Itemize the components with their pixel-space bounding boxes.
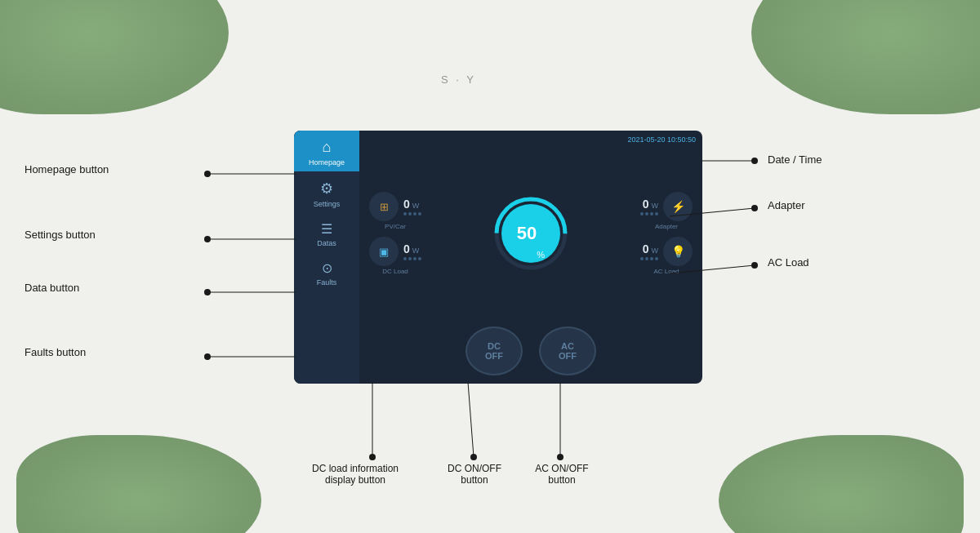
dc-load-icon-circle: ▣	[369, 237, 399, 266]
ann-ac-load: AC Load	[768, 256, 809, 269]
device-ui: ⌂ Homepage ⚙ Settings ☰ Datas ⊙ Faults 2…	[294, 131, 702, 384]
adapter-unit: W	[652, 202, 659, 210]
gauge-circle: 50 %	[494, 197, 568, 270]
sidebar-label-homepage: Homepage	[309, 158, 345, 167]
ann-faults-button: Faults button	[24, 346, 86, 358]
dot	[413, 212, 416, 215]
adapter-dots	[640, 212, 658, 215]
dc-toggle-line2: OFF	[485, 351, 503, 361]
gear-icon: ⚙	[320, 180, 333, 198]
dot	[403, 212, 407, 215]
svg-point-17	[369, 454, 376, 460]
sidebar-item-faults[interactable]: ⊙ Faults	[294, 252, 359, 291]
ann-data-button: Data button	[24, 282, 79, 294]
svg-point-9	[204, 353, 211, 360]
left-column: ⊞ 0 W	[369, 192, 421, 275]
svg-point-19	[470, 454, 477, 460]
dc-load-group: ▣ 0 W	[369, 237, 421, 275]
dot	[640, 212, 644, 215]
gauge-inner: 50 %	[501, 204, 560, 263]
svg-point-7	[204, 289, 211, 295]
dot	[645, 257, 648, 260]
dot	[640, 257, 644, 260]
svg-point-5	[204, 236, 211, 242]
ann-settings-button: Settings button	[24, 229, 96, 241]
svg-point-3	[204, 171, 211, 177]
bottom-area: DC OFF AC OFF	[366, 320, 696, 379]
dc-load-label: DC Load	[382, 268, 408, 275]
battery-gauge: 50 %	[494, 197, 568, 270]
datetime-bar: 2021-05-20 10:50:50	[366, 135, 696, 144]
dc-load-unit: W	[412, 247, 420, 255]
ac-toggle-button[interactable]: AC OFF	[539, 326, 596, 375]
data-icon: ☰	[321, 221, 332, 237]
adapter-icon: ⚡	[671, 200, 685, 213]
sidebar-label-datas: Datas	[317, 239, 336, 247]
dc-load-dots	[403, 257, 421, 260]
pv-car-value: 0	[403, 198, 410, 211]
ac-toggle-line2: OFF	[559, 351, 577, 361]
ac-load-label: AC Load	[653, 268, 679, 275]
ac-load-unit: W	[652, 247, 659, 255]
home-icon: ⌂	[323, 139, 332, 156]
pv-car-item: ⊞ 0 W	[369, 192, 421, 221]
adapter-item: 0 W ⚡	[640, 192, 693, 221]
battery-percent: 50	[517, 223, 537, 244]
ac-load-info: 0 W	[640, 242, 658, 260]
dot	[645, 212, 648, 215]
sidebar-item-datas[interactable]: ☰ Datas	[294, 213, 359, 252]
ac-load-dots	[640, 257, 658, 260]
svg-point-15	[751, 262, 758, 269]
adapter-value: 0	[643, 198, 649, 211]
dc-load-value: 0	[403, 242, 410, 255]
dot	[418, 257, 421, 260]
sidebar-label-faults: Faults	[317, 278, 337, 286]
ac-load-group: 0 W 💡	[640, 237, 693, 275]
ann-adapter: Adapter	[768, 199, 805, 211]
dc-toggle-line1: DC	[488, 341, 501, 351]
dot	[408, 257, 412, 260]
pv-car-group: ⊞ 0 W	[369, 192, 421, 230]
dc-toggle-button[interactable]: DC OFF	[466, 326, 523, 375]
sidebar: ⌂ Homepage ⚙ Settings ☰ Datas ⊙ Faults	[294, 131, 359, 384]
ann-date-time: Date / Time	[768, 153, 822, 166]
main-content: 2021-05-20 10:50:50 ⊞ 0 W	[359, 131, 702, 384]
adapter-info: 0 W	[640, 198, 658, 215]
dot	[655, 257, 658, 260]
faults-icon: ⊙	[322, 260, 332, 276]
dc-load-item[interactable]: ▣ 0 W	[369, 237, 421, 266]
dot	[408, 212, 412, 215]
svg-point-21	[557, 454, 564, 460]
pv-car-info: 0 W	[403, 198, 421, 215]
dot	[418, 212, 421, 215]
top-title: S · Y	[441, 73, 476, 86]
dot	[655, 212, 658, 215]
ann-homepage-button: Homepage button	[24, 163, 109, 175]
ac-load-icon-circle: 💡	[663, 237, 693, 266]
dot	[650, 212, 653, 215]
svg-line-18	[468, 382, 474, 457]
sidebar-item-homepage[interactable]: ⌂ Homepage	[294, 131, 359, 171]
ann-dc-load-info: DC load informationdisplay button	[310, 463, 400, 486]
ann-ac-onoff: AC ON/OFFbutton	[525, 463, 599, 486]
pv-car-label: PV/Car	[385, 223, 406, 230]
svg-point-11	[751, 158, 758, 164]
sidebar-label-settings: Settings	[314, 200, 341, 208]
pv-car-dots	[403, 212, 421, 215]
ac-load-icon: 💡	[671, 245, 685, 258]
adapter-label: Adapter	[655, 223, 678, 230]
ac-load-value: 0	[643, 242, 649, 255]
pv-car-unit: W	[412, 202, 420, 210]
monitor-area: ⊞ 0 W	[366, 147, 696, 320]
sidebar-item-settings[interactable]: ⚙ Settings	[294, 171, 359, 213]
battery-percent-sign: %	[537, 250, 545, 260]
pv-car-icon-circle: ⊞	[369, 192, 399, 221]
dot	[403, 257, 407, 260]
svg-point-13	[751, 205, 758, 211]
ac-toggle-line1: AC	[561, 341, 574, 351]
dc-load-info: 0 W	[403, 242, 421, 260]
dot	[650, 257, 653, 260]
ac-load-item: 0 W 💡	[640, 237, 693, 266]
pv-car-icon: ⊞	[380, 201, 389, 213]
dc-load-icon: ▣	[379, 246, 389, 258]
